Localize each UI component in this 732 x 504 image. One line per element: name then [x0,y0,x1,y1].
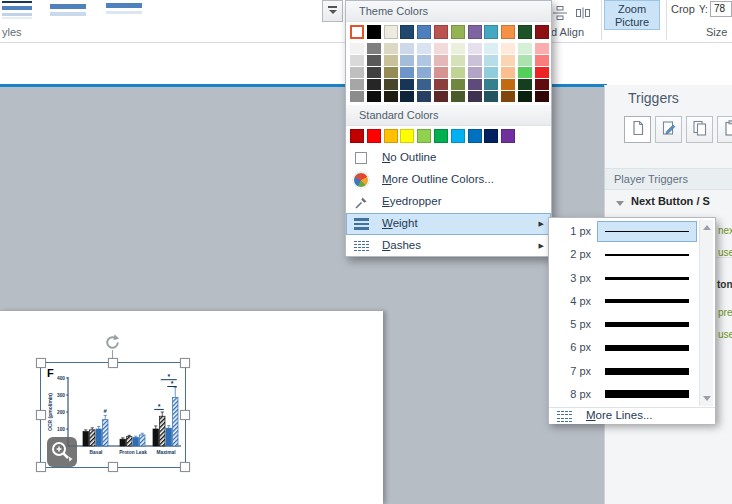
theme-color-variant-swatch[interactable] [417,43,431,54]
theme-color-variant-swatch[interactable] [367,79,381,90]
weight-option-5px[interactable]: 5 px [549,313,715,336]
y-position-input[interactable]: 78 [710,1,732,17]
theme-color-variant-swatch[interactable] [434,91,448,102]
copy-trigger-button[interactable] [686,116,713,143]
weight-option-2px[interactable]: 2 px [549,243,715,266]
selection-handle-w[interactable] [36,410,46,420]
theme-color-variant-swatch[interactable] [484,67,498,78]
theme-color-variant-swatch[interactable] [434,55,448,66]
theme-color-variant-swatch[interactable] [484,55,498,66]
more-lines-item[interactable]: More Lines... [549,407,715,424]
align-label-fragment[interactable]: d Align [551,26,584,38]
collapse-triangle-icon[interactable] [616,201,624,206]
standard-color-swatch[interactable] [468,129,482,143]
distribute-horizontal-icon[interactable] [576,6,590,24]
theme-color-variant-swatch[interactable] [535,91,549,102]
theme-color-variant-swatch[interactable] [468,67,482,78]
theme-color-variant-swatch[interactable] [518,79,532,90]
paste-trigger-button[interactable] [717,116,732,143]
theme-color-variant-swatch[interactable] [384,67,398,78]
theme-color-variant-swatch[interactable] [484,79,498,90]
theme-color-variant-swatch[interactable] [468,43,482,54]
theme-color-variant-swatch[interactable] [400,79,414,90]
theme-color-variant-swatch[interactable] [535,79,549,90]
theme-color-variant-swatch[interactable] [350,43,364,54]
weight-option-1px[interactable]: 1 px [549,220,715,243]
theme-color-variant-swatch[interactable] [451,91,465,102]
weight-option-4px[interactable]: 4 px [549,290,715,313]
zoom-picture-button[interactable]: Zoom Picture [604,0,660,30]
theme-color-variant-swatch[interactable] [350,67,364,78]
theme-color-variant-swatch[interactable] [417,67,431,78]
theme-color-swatch[interactable] [367,25,381,39]
theme-color-variant-swatch[interactable] [518,67,532,78]
theme-color-variant-swatch[interactable] [434,79,448,90]
theme-color-variant-swatch[interactable] [367,55,381,66]
theme-color-variant-swatch[interactable] [501,79,515,90]
theme-color-variant-swatch[interactable] [501,43,515,54]
theme-color-variant-swatch[interactable] [501,67,515,78]
theme-color-variant-swatch[interactable] [367,67,381,78]
theme-color-variant-swatch[interactable] [417,79,431,90]
menu-item-no-outline[interactable]: No Outline [346,147,551,169]
theme-color-variant-swatch[interactable] [400,55,414,66]
trigger-group-row[interactable]: Next Button / S [631,195,710,207]
menu-item-weight[interactable]: Weight▶ [346,213,551,235]
scroll-down-button[interactable] [700,390,713,406]
selection-handle-sw[interactable] [36,462,46,472]
standard-color-swatch[interactable] [400,129,414,143]
theme-color-swatch[interactable] [384,25,398,39]
weight-option-7px[interactable]: 7 px [549,360,715,383]
theme-color-variant-swatch[interactable] [400,67,414,78]
edit-trigger-button[interactable] [655,116,682,143]
theme-color-variant-swatch[interactable] [468,79,482,90]
theme-color-swatch[interactable] [468,25,482,39]
menu-item-eyedropper[interactable]: Eyedropper [346,191,551,213]
standard-color-swatch[interactable] [501,129,515,143]
theme-color-variant-swatch[interactable] [384,79,398,90]
theme-color-variant-swatch[interactable] [501,91,515,102]
theme-color-variant-swatch[interactable] [468,55,482,66]
selection-handle-nw[interactable] [36,358,46,368]
theme-color-variant-swatch[interactable] [501,55,515,66]
trigger-text-fragment[interactable]: use [718,247,732,258]
crop-button[interactable]: Crop [671,3,695,15]
theme-color-variant-swatch[interactable] [451,43,465,54]
theme-color-variant-swatch[interactable] [484,43,498,54]
standard-color-swatch[interactable] [384,129,398,143]
standard-color-swatch[interactable] [451,129,465,143]
standard-color-swatch[interactable] [350,129,364,143]
theme-color-variant-swatch[interactable] [350,91,364,102]
submenu-scrollbar[interactable] [699,220,713,406]
menu-item-more-outline-colors[interactable]: More Outline Colors... [346,169,551,191]
line-style-thumbnail[interactable] [47,0,89,20]
theme-color-variant-swatch[interactable] [350,55,364,66]
weight-option-6px[interactable]: 6 px [549,336,715,359]
rotate-handle-icon[interactable] [102,333,122,355]
gallery-more-button[interactable] [322,0,343,22]
selection-handle-s[interactable] [108,462,118,472]
theme-color-variant-swatch[interactable] [400,91,414,102]
theme-color-variant-swatch[interactable] [384,43,398,54]
theme-color-swatch[interactable] [350,25,364,39]
theme-color-variant-swatch[interactable] [518,91,532,102]
theme-color-variant-swatch[interactable] [367,91,381,102]
selection-handle-n[interactable] [108,358,118,368]
theme-color-variant-swatch[interactable] [434,43,448,54]
theme-color-variant-swatch[interactable] [384,91,398,102]
standard-color-swatch[interactable] [434,129,448,143]
theme-color-variant-swatch[interactable] [518,55,532,66]
theme-color-variant-swatch[interactable] [400,43,414,54]
theme-color-swatch[interactable] [451,25,465,39]
theme-color-variant-swatch[interactable] [417,91,431,102]
theme-color-swatch[interactable] [535,25,549,39]
standard-color-swatch[interactable] [484,129,498,143]
selection-handle-ne[interactable] [180,358,190,368]
distribute-vertical-icon[interactable] [553,6,567,24]
theme-color-variant-swatch[interactable] [434,67,448,78]
theme-color-variant-swatch[interactable] [417,55,431,66]
selection-handle-se[interactable] [180,462,190,472]
menu-item-dashes[interactable]: Dashes▶ [346,235,551,257]
theme-color-variant-swatch[interactable] [384,55,398,66]
trigger-text-fragment[interactable]: use [718,329,732,340]
